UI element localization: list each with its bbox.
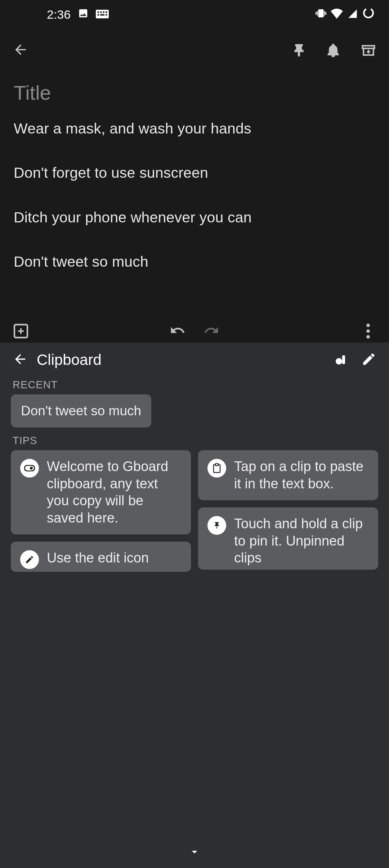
signal-icon	[347, 8, 358, 22]
svg-point-14	[30, 467, 33, 470]
toggle-icon	[20, 459, 39, 478]
svg-point-10	[366, 324, 370, 327]
add-button[interactable]	[10, 322, 32, 340]
svg-rect-3	[103, 11, 105, 13]
back-button[interactable]	[13, 42, 28, 59]
clipboard-toggle[interactable]	[342, 357, 345, 363]
status-time: 2:36	[47, 8, 71, 22]
reminder-button[interactable]	[326, 42, 341, 58]
keyboard-icon	[96, 8, 109, 22]
pin-icon	[207, 516, 226, 535]
undo-button[interactable]	[170, 322, 185, 340]
wifi-icon	[331, 8, 343, 22]
svg-rect-4	[106, 11, 107, 13]
note-line[interactable]: Don't tweet so much	[14, 253, 375, 271]
note-line[interactable]: Wear a mask, and wash your hands	[14, 119, 375, 138]
note-line[interactable]: Don't forget to use sunscreen	[14, 164, 375, 182]
keyboard-back-button[interactable]	[13, 352, 28, 368]
app-header	[0, 29, 389, 72]
keyboard-clipboard-panel: Clipboard RECENT Don't tweet so much TIP…	[0, 343, 389, 868]
vibrate-icon	[316, 8, 326, 22]
tips-section-label: TIPS	[0, 434, 389, 450]
tip-card-edit[interactable]: Use the edit icon	[11, 542, 191, 572]
clipboard-icon	[207, 459, 226, 478]
recent-section-label: RECENT	[0, 377, 389, 394]
clipboard-title: Clipboard	[37, 351, 342, 369]
more-button[interactable]	[357, 322, 379, 340]
redo-button	[204, 322, 219, 340]
tip-card-paste[interactable]: Tap on a clip to paste it in the text bo…	[198, 450, 378, 500]
clipboard-edit-button[interactable]	[361, 352, 376, 368]
note-line[interactable]: Ditch your phone whenever you can	[14, 208, 375, 227]
svg-rect-13	[24, 465, 35, 471]
svg-rect-16	[215, 464, 218, 466]
image-icon	[78, 8, 89, 22]
title-input[interactable]: Title	[14, 81, 375, 104]
pin-button[interactable]	[292, 42, 306, 58]
svg-rect-6	[100, 14, 104, 16]
svg-point-12	[366, 335, 370, 339]
tip-card-welcome[interactable]: Welcome to Gboard clipboard, any text yo…	[11, 450, 191, 534]
note-editor[interactable]: Title Wear a mask, and wash your hands D…	[0, 72, 389, 271]
pencil-icon	[20, 550, 39, 569]
tip-card-pin[interactable]: Touch and hold a clip to pin it. Unpinne…	[198, 507, 378, 570]
archive-button[interactable]	[361, 42, 376, 58]
svg-rect-7	[106, 14, 107, 16]
nav-collapse-button[interactable]	[0, 836, 389, 868]
svg-point-8	[362, 7, 375, 19]
svg-rect-5	[98, 14, 99, 16]
recent-clip[interactable]: Don't tweet so much	[11, 394, 151, 428]
svg-point-11	[366, 329, 370, 333]
status-bar: 2:36	[0, 0, 389, 29]
loading-circle-icon	[362, 7, 375, 22]
svg-rect-2	[100, 11, 102, 13]
svg-rect-1	[98, 11, 99, 13]
